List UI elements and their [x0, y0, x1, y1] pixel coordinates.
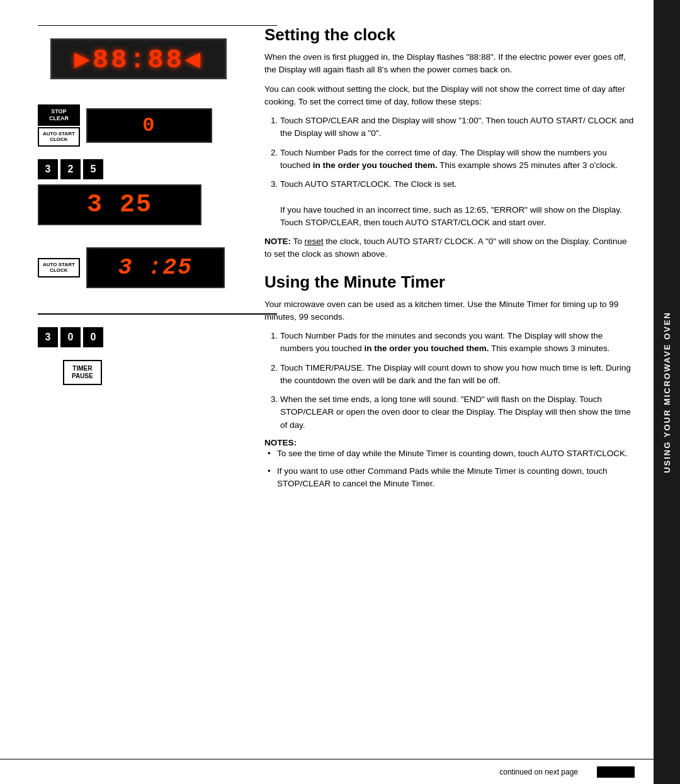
top-divider — [38, 25, 277, 26]
btn-auto-start-clock[interactable]: AUTO START CLOCK — [38, 127, 80, 147]
num-box-2[interactable]: 2 — [60, 159, 81, 179]
btn-timer-pause[interactable]: TIMER PAUSE — [63, 360, 102, 385]
bottom-bar: continued on next page — [0, 759, 654, 784]
diagram-row-6: TIMER PAUSE — [63, 360, 102, 385]
num-box-3[interactable]: 3 — [38, 159, 58, 179]
minute-timer-steps: Touch Number Pads for the minutes and se… — [264, 330, 635, 432]
minute-timer-title: Using the Minute Timer — [264, 272, 635, 292]
num-box-5[interactable]: 5 — [83, 159, 103, 179]
num-box-3b[interactable]: 3 — [38, 327, 58, 347]
display-zero: 0 — [86, 108, 212, 143]
setting-clock-para-1: When the oven is first plugged in, the D… — [264, 51, 635, 77]
left-panel: ▶88:88◀ STOP CLEAR AUTO START CLOCK 0 3 … — [0, 13, 252, 759]
timer-step-1: Touch Number Pads for the minutes and se… — [280, 330, 635, 356]
step-3-extra: If you have touched in an incorrect time… — [280, 205, 622, 227]
setting-clock-para-2: You can cook without setting the clock, … — [264, 83, 635, 109]
setting-clock-note: NOTE: To reset the clock, touch AUTO STA… — [264, 235, 635, 261]
setting-clock-steps: Touch STOP/CLEAR and the Display will sh… — [264, 115, 635, 229]
notes-list: To see the time of day while the Minute … — [264, 447, 635, 491]
minute-timer-intro: Your microwave oven can be used as a kit… — [264, 298, 635, 324]
num-box-0b[interactable]: 0 — [83, 327, 103, 347]
diagram-section-1: ▶88:88◀ — [38, 38, 239, 95]
display-325: 3 25 — [38, 184, 201, 225]
right-panel: Setting the clock When the oven is first… — [252, 13, 654, 759]
step-1: Touch STOP/CLEAR and the Display will sh… — [280, 115, 635, 140]
timer-step-2: Touch TIMER/PAUSE. The Display will coun… — [280, 362, 635, 388]
step-3: Touch AUTO START/CLOCK. The Clock is set… — [280, 178, 635, 229]
note-2: If you want to use other Command Pads wh… — [268, 465, 635, 491]
section-divider — [38, 313, 277, 315]
note-1: To see the time of day while the Minute … — [268, 447, 635, 460]
num-boxes-300: 3 0 0 — [38, 327, 103, 347]
btn-group-1: STOP CLEAR AUTO START CLOCK — [38, 104, 80, 147]
diagram-row-2: STOP CLEAR AUTO START CLOCK 0 — [38, 104, 212, 147]
notes-label: NOTES: — [264, 438, 635, 447]
continued-text: continued on next page — [499, 768, 578, 776]
num-boxes-325: 3 2 5 — [38, 159, 239, 179]
btn-stop-clear[interactable]: STOP CLEAR — [38, 104, 80, 126]
display-clock: 3 :25 — [86, 247, 225, 288]
seg-88-text: ▶88:88◀ — [74, 43, 203, 76]
sidebar: USING YOUR MICROWAVE OVEN — [654, 0, 680, 784]
timer-step-3: When the set time ends, a long tone will… — [280, 393, 635, 432]
diagram-row-4: AUTO START CLOCK 3 :25 — [38, 247, 225, 288]
num-box-0a[interactable]: 0 — [60, 327, 81, 347]
step-2: Touch Number Pads for the correct time o… — [280, 147, 635, 172]
diagram-section-3: 3 2 5 3 25 — [38, 159, 239, 225]
display-88: ▶88:88◀ — [50, 38, 227, 79]
btn-auto-start-clock-2[interactable]: AUTO START CLOCK — [38, 258, 80, 277]
page-block — [597, 766, 635, 778]
setting-clock-title: Setting the clock — [264, 25, 635, 45]
sidebar-text: USING YOUR MICROWAVE OVEN — [662, 311, 672, 473]
